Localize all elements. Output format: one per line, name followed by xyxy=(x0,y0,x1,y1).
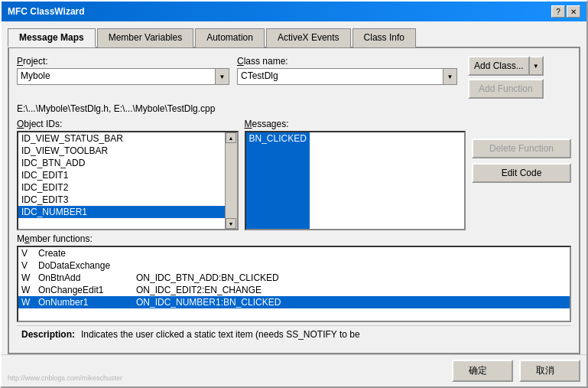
project-label: Project: xyxy=(17,56,229,67)
list-item-selected[interactable]: IDC_NUMBER1 xyxy=(18,206,225,218)
window-title: MFC ClassWizard xyxy=(8,6,85,17)
list-item[interactable]: W OnChangeEdit1 ON_IDC_EDIT2:EN_CHANGE xyxy=(18,284,570,296)
messages-item-selected[interactable]: BN_CLICKED xyxy=(246,132,310,229)
title-bar: MFC ClassWizard ? ✕ xyxy=(2,2,586,21)
delete-function-button[interactable]: Delete Function xyxy=(472,139,571,158)
object-ids-label: Object IDs: xyxy=(17,119,239,129)
project-classname-row: Project: Mybole ▼ Class name: CTestDlg ▼… xyxy=(17,56,571,99)
action-buttons: Delete Function Edit Code xyxy=(472,119,571,230)
member-functions-label: Member functions: xyxy=(17,233,571,244)
scroll-track[interactable] xyxy=(226,143,237,218)
tab-member-variables[interactable]: Member Variables xyxy=(97,28,193,47)
messages-label: Messages: xyxy=(245,119,466,129)
file-path: E:\...\Mybole\TestDlg.h, E:\...\Mybole\T… xyxy=(17,103,571,114)
edit-code-button[interactable]: Edit Code xyxy=(472,163,571,183)
scroll-up-btn[interactable]: ▲ xyxy=(226,132,236,143)
ok-button[interactable]: 确定 xyxy=(452,360,513,382)
mf-name: Create xyxy=(38,248,66,259)
mf-mapping: ON_IDC_NUMBER1:BN_CLICKED xyxy=(136,297,281,308)
project-dropdown[interactable]: Mybole ▼ xyxy=(17,68,229,85)
object-ids-list: ID_VIEW_STATUS_BAR ID_VIEW_TOOLBAR IDC_B… xyxy=(18,132,225,229)
tab-class-info[interactable]: Class Info xyxy=(352,28,416,47)
scroll-down-btn[interactable]: ▼ xyxy=(226,218,236,229)
classname-value: CTestDlg xyxy=(238,69,443,84)
mf-prefix: V xyxy=(21,260,32,271)
list-item[interactable]: IDC_EDIT2 xyxy=(18,181,225,194)
mf-name: OnChangeEdit1 xyxy=(38,285,130,295)
mf-name: OnBtnAdd xyxy=(38,272,130,283)
list-item[interactable]: V Create xyxy=(18,247,570,259)
list-item[interactable]: IDC_BTN_ADD xyxy=(18,157,225,169)
lists-row: Object IDs: ID_VIEW_STATUS_BAR ID_VIEW_T… xyxy=(17,119,571,230)
tab-automation[interactable]: Automation xyxy=(195,28,265,47)
member-functions-listbox[interactable]: V Create V DoDataExchange W OnBtnAdd ON_… xyxy=(17,246,571,322)
mf-prefix: W xyxy=(21,285,32,295)
object-ids-section: Object IDs: ID_VIEW_STATUS_BAR ID_VIEW_T… xyxy=(17,119,239,230)
messages-listbox[interactable]: BN_CLICKED xyxy=(245,131,466,230)
project-dropdown-arrow[interactable]: ▼ xyxy=(215,69,229,84)
tab-content: Project: Mybole ▼ Class name: CTestDlg ▼… xyxy=(8,48,580,354)
classname-dropdown-arrow[interactable]: ▼ xyxy=(443,69,456,84)
description-text: Indicates the user clicked a static text… xyxy=(81,329,360,340)
tab-activex-events[interactable]: ActiveX Events xyxy=(266,28,351,47)
mf-prefix: W xyxy=(21,272,32,283)
description-label: Description: xyxy=(21,329,75,340)
add-class-button[interactable]: Add Class... xyxy=(468,56,530,76)
mf-name: OnNumber1 xyxy=(38,297,130,308)
classname-dropdown[interactable]: CTestDlg ▼ xyxy=(237,68,457,85)
list-item[interactable]: ID_VIEW_STATUS_BAR xyxy=(18,132,225,145)
messages-section: Messages: BN_CLICKED xyxy=(245,119,466,230)
object-ids-listbox[interactable]: ID_VIEW_STATUS_BAR ID_VIEW_TOOLBAR IDC_B… xyxy=(17,131,239,230)
member-functions-section: Member functions: V Create V DoDataExcha… xyxy=(17,230,571,322)
mf-name: DoDataExchange xyxy=(38,260,110,271)
project-value: Mybole xyxy=(18,69,215,84)
help-button[interactable]: ? xyxy=(551,5,565,18)
list-item[interactable]: W OnBtnAdd ON_IDC_BTN_ADD:BN_CLICKED xyxy=(18,272,570,284)
list-item[interactable]: V DoDataExchange xyxy=(18,259,570,272)
add-function-button[interactable]: Add Function xyxy=(468,79,544,99)
right-buttons-top: Add Class... ▼ Add Function xyxy=(468,56,544,99)
list-item[interactable]: IDC_EDIT1 xyxy=(18,169,225,181)
title-bar-controls: ? ✕ xyxy=(551,5,580,18)
classname-group: Class name: CTestDlg ▼ xyxy=(237,56,457,85)
list-item[interactable]: ID_VIEW_TOOLBAR xyxy=(18,145,225,157)
watermark: http://www.cnblogs.com/mikeschuster xyxy=(8,360,446,382)
classname-label: Class name: xyxy=(237,56,457,67)
tab-bar: Message Maps Member Variables Automation… xyxy=(8,28,580,48)
bottom-buttons: http://www.cnblogs.com/mikeschuster 确定 取… xyxy=(2,354,586,386)
spacer xyxy=(472,119,571,134)
close-button[interactable]: ✕ xyxy=(567,5,580,18)
mf-mapping: ON_IDC_BTN_ADD:BN_CLICKED xyxy=(136,272,279,283)
object-ids-scrollbar[interactable]: ▲ ▼ xyxy=(225,132,237,229)
project-group: Project: Mybole ▼ xyxy=(17,56,229,85)
cancel-button[interactable]: 取消 xyxy=(519,360,580,382)
mf-prefix: W xyxy=(21,297,32,308)
tab-message-maps[interactable]: Message Maps xyxy=(8,28,96,47)
add-class-arrow-button[interactable]: ▼ xyxy=(530,56,544,76)
mf-mapping: ON_IDC_EDIT2:EN_CHANGE xyxy=(136,285,262,295)
main-window: MFC ClassWizard ? ✕ Message Maps Member … xyxy=(0,0,588,388)
tabs-container: Message Maps Member Variables Automation… xyxy=(2,21,586,48)
description-bar: Description: Indicates the user clicked … xyxy=(17,325,571,343)
list-item[interactable]: IDC_EDIT3 xyxy=(18,194,225,206)
mf-prefix: V xyxy=(21,248,32,259)
list-item-selected[interactable]: W OnNumber1 ON_IDC_NUMBER1:BN_CLICKED xyxy=(18,296,570,308)
add-class-group: Add Class... ▼ xyxy=(468,56,544,76)
